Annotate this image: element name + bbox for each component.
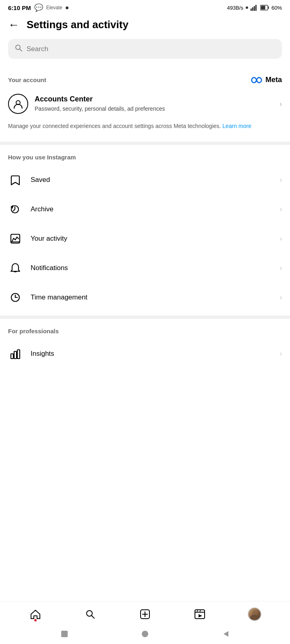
archive-icon [8, 202, 23, 217]
your-activity-label: Your activity [31, 235, 272, 243]
menu-item-saved[interactable]: Saved › [0, 165, 290, 195]
home-notification-dot [34, 619, 37, 621]
whatsapp-icon: 💬 [34, 3, 43, 12]
svg-rect-5 [268, 6, 269, 9]
menu-item-your-activity[interactable]: Your activity › [0, 224, 290, 254]
time-management-label: Time management [31, 293, 272, 301]
accounts-center-chevron: › [280, 100, 282, 108]
svg-rect-24 [195, 610, 205, 619]
svg-point-31 [142, 631, 148, 637]
for-professionals-section: For professionals Insights › [0, 319, 290, 372]
how-you-use-section: How you use Instagram Saved › Archive › [0, 145, 290, 316]
svg-rect-6 [261, 6, 265, 10]
svg-rect-0 [251, 8, 252, 11]
status-time: 6:10 PM [8, 4, 31, 11]
network-speed: 493B/s [227, 5, 243, 11]
how-you-use-title: How you use Instagram [8, 154, 76, 161]
archive-chevron: › [280, 206, 282, 213]
svg-marker-32 [224, 631, 228, 637]
accounts-center-title: Accounts Center [35, 95, 273, 103]
svg-line-8 [20, 49, 22, 51]
meta-description: Manage your connected experiences and ac… [0, 119, 290, 138]
profile-avatar [248, 607, 261, 621]
menu-item-insights[interactable]: Insights › [0, 339, 290, 369]
search-container [0, 37, 290, 67]
time-management-chevron: › [280, 294, 282, 301]
home-icon [30, 609, 41, 620]
archive-label: Archive [31, 205, 272, 213]
svg-rect-17 [14, 351, 17, 359]
menu-item-time-management[interactable]: Time management › [0, 283, 290, 312]
network-dot [246, 6, 248, 9]
meta-label: Meta [265, 76, 282, 84]
status-bar: 6:10 PM 💬 Elevate 493B/s 60% [0, 0, 290, 14]
time-management-icon [8, 290, 23, 305]
svg-rect-18 [17, 350, 20, 359]
insights-icon [8, 347, 23, 361]
svg-point-29 [252, 611, 257, 615]
nav-home[interactable] [25, 606, 46, 622]
nav-search[interactable] [80, 606, 100, 622]
svg-marker-28 [199, 614, 202, 617]
android-back-btn[interactable] [221, 630, 230, 638]
spacer [0, 372, 290, 601]
accounts-center-subtitle: Password, security, personal details, ad… [35, 105, 273, 113]
saved-label: Saved [31, 176, 272, 184]
section-divider-1 [0, 142, 290, 145]
section-divider-2 [0, 316, 290, 319]
your-account-section: Your account Meta Accounts Center Passwo… [0, 67, 290, 142]
battery-icon [260, 5, 269, 10]
menu-item-archive[interactable]: Archive › [0, 195, 290, 224]
nav-search-icon [85, 609, 96, 620]
android-square-btn[interactable] [60, 630, 69, 638]
reels-icon [194, 609, 205, 620]
svg-rect-1 [252, 7, 253, 11]
your-account-title: Your account [8, 76, 46, 83]
back-button[interactable]: ← [8, 19, 19, 31]
create-icon [139, 609, 151, 620]
saved-chevron: › [280, 176, 282, 184]
nav-profile[interactable] [244, 606, 265, 622]
notifications-label: Notifications [31, 264, 272, 272]
battery-percent: 60% [271, 5, 282, 11]
bottom-nav [0, 601, 290, 625]
svg-rect-3 [255, 5, 257, 11]
page-title: Settings and activity [27, 19, 128, 31]
insights-chevron: › [280, 350, 282, 357]
insights-label: Insights [31, 350, 272, 358]
app-label: Elevate [46, 5, 62, 10]
dot-indicator [66, 6, 68, 9]
meta-infinity-icon [250, 76, 263, 84]
your-activity-icon [8, 231, 23, 246]
android-nav [0, 625, 290, 644]
nav-reels[interactable] [190, 606, 210, 622]
svg-rect-2 [254, 6, 255, 11]
accounts-center-item[interactable]: Accounts Center Password, security, pers… [0, 89, 290, 119]
for-professionals-header: For professionals [0, 319, 290, 339]
meta-logo: Meta [250, 76, 282, 84]
search-icon [14, 44, 23, 54]
your-account-header: Your account Meta [0, 67, 290, 89]
status-left: 6:10 PM 💬 Elevate [8, 3, 68, 12]
menu-item-notifications[interactable]: Notifications › [0, 254, 290, 283]
search-input[interactable] [27, 45, 276, 53]
status-right: 493B/s 60% [227, 4, 282, 11]
search-bar[interactable] [8, 39, 282, 59]
accounts-center-icon [8, 94, 28, 114]
how-you-use-header: How you use Instagram [0, 145, 290, 165]
nav-create[interactable] [135, 606, 155, 622]
signal-icon [251, 4, 258, 11]
header: ← Settings and activity [0, 14, 290, 37]
notifications-icon [8, 261, 23, 275]
notifications-chevron: › [280, 264, 282, 272]
learn-more-link[interactable]: Learn more [222, 123, 251, 129]
svg-rect-16 [11, 354, 13, 359]
svg-rect-30 [61, 631, 68, 637]
android-circle-btn[interactable] [141, 630, 149, 638]
your-activity-chevron: › [280, 235, 282, 242]
svg-line-20 [92, 616, 95, 619]
for-professionals-title: For professionals [8, 328, 59, 334]
saved-icon [8, 173, 23, 187]
accounts-center-text: Accounts Center Password, security, pers… [35, 95, 273, 113]
